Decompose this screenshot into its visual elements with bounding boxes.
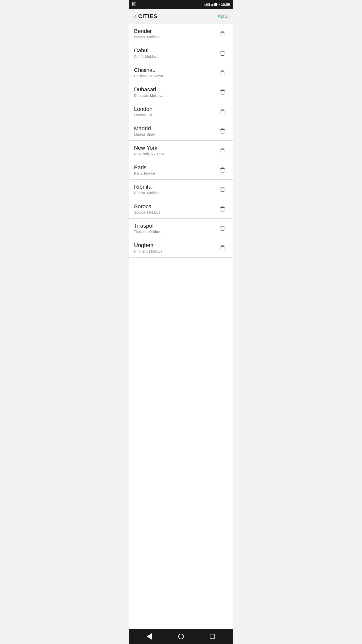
city-name: Cahul	[134, 47, 214, 54]
trash-icon	[219, 225, 226, 232]
trash-icon	[219, 30, 226, 37]
svg-rect-23	[221, 110, 224, 114]
list-item: Madrid Madrid, Spain	[129, 121, 233, 141]
lte-label: LTE	[204, 3, 210, 6]
header: ‹ CITIES ADD	[129, 9, 233, 24]
add-button[interactable]: ADD	[217, 14, 228, 19]
trash-svg	[219, 128, 226, 134]
svg-rect-15	[221, 71, 224, 75]
city-info: Chisinau Chisinau, Moldova	[134, 67, 214, 78]
city-info: Bender Bender, Moldova	[134, 28, 214, 39]
trash-svg	[219, 147, 226, 154]
nav-home-button[interactable]	[176, 631, 186, 641]
list-item: Dubasari Dubasari, Moldova	[129, 82, 233, 102]
recent-icon	[210, 634, 215, 639]
trash-icon	[219, 88, 226, 95]
delete-button[interactable]	[217, 48, 228, 59]
city-info: New York New York, NY, USA	[134, 145, 214, 156]
city-detail: London, UK	[134, 113, 214, 117]
trash-svg	[219, 186, 226, 192]
city-detail: Tiraspol, Moldova	[134, 230, 214, 234]
back-button[interactable]: ‹	[134, 13, 136, 19]
svg-rect-1	[133, 3, 135, 5]
back-icon	[147, 633, 152, 640]
list-item: Tiraspol Tiraspol, Moldova	[129, 219, 233, 238]
city-name: Bender	[134, 28, 214, 34]
city-detail: Bender, Moldova	[134, 35, 214, 39]
delete-button[interactable]	[217, 242, 228, 253]
status-bar-left	[132, 2, 137, 7]
status-bar: LTE ⚡ 10:59	[129, 0, 233, 9]
city-name: New York	[134, 145, 214, 151]
trash-icon	[219, 108, 226, 115]
city-detail: Madrid, Spain	[134, 132, 214, 136]
list-item: Paris Paris, France	[129, 160, 233, 180]
list-item: Ungheni Ungheni, Moldova	[129, 238, 233, 257]
trash-svg	[219, 69, 226, 76]
city-info: Dubasari Dubasari, Moldova	[134, 86, 214, 97]
city-info: Paris Paris, France	[134, 164, 214, 175]
city-info: Madrid Madrid, Spain	[134, 125, 214, 136]
list-item: London London, UK	[129, 102, 233, 121]
svg-rect-27	[221, 130, 224, 133]
trash-svg	[219, 225, 226, 231]
city-info: Cahul Cahul, Moldova	[134, 47, 214, 58]
svg-rect-11	[221, 52, 224, 55]
nav-recent-button[interactable]	[207, 631, 217, 641]
header-left: ‹ CITIES	[134, 13, 158, 20]
city-name: Dubasari	[134, 86, 214, 93]
city-name: London	[134, 106, 214, 112]
city-detail: Rîbnița, Moldova	[134, 191, 214, 195]
signal-icon	[211, 3, 213, 6]
status-icons: LTE ⚡ 10:59	[204, 3, 230, 7]
city-list: Bender Bender, Moldova	[129, 24, 233, 629]
city-name: Ungheni	[134, 242, 214, 249]
city-name: Soroca	[134, 203, 214, 210]
trash-icon	[219, 50, 226, 57]
svg-rect-19	[221, 91, 224, 94]
delete-button[interactable]	[217, 223, 228, 234]
city-detail: New York, NY, USA	[134, 152, 214, 156]
delete-button[interactable]	[217, 164, 228, 175]
svg-rect-43	[221, 208, 224, 211]
city-name: Madrid	[134, 125, 214, 132]
svg-rect-51	[221, 247, 224, 250]
delete-button[interactable]	[217, 203, 228, 214]
list-item: Chisinau Chisinau, Moldova	[129, 63, 233, 82]
trash-svg	[219, 244, 226, 251]
delete-button[interactable]	[217, 145, 228, 156]
city-info: Rîbnița Rîbnița, Moldova	[134, 184, 214, 195]
city-name: Tiraspol	[134, 223, 214, 229]
city-detail: Chisinau, Moldova	[134, 74, 214, 78]
trash-svg	[219, 30, 226, 37]
delete-button[interactable]	[217, 106, 228, 117]
city-name: Paris	[134, 164, 214, 171]
list-item: New York New York, NY, USA	[129, 141, 233, 160]
page-title: CITIES	[138, 13, 158, 20]
battery-icon: ⚡	[214, 3, 220, 6]
svg-rect-39	[221, 188, 224, 192]
delete-button[interactable]	[217, 184, 228, 195]
city-detail: Dubasari, Moldova	[134, 94, 214, 98]
trash-svg	[219, 206, 226, 212]
trash-icon	[219, 69, 226, 76]
trash-icon	[219, 244, 226, 251]
svg-rect-31	[221, 149, 224, 153]
city-info: London London, UK	[134, 106, 214, 117]
delete-button[interactable]	[217, 28, 228, 39]
svg-rect-47	[221, 227, 224, 231]
delete-button[interactable]	[217, 125, 228, 136]
bottom-nav	[129, 629, 233, 644]
trash-svg	[219, 89, 226, 95]
delete-button[interactable]	[217, 67, 228, 78]
sim-icon	[132, 2, 137, 6]
svg-text:⚡: ⚡	[216, 4, 218, 6]
delete-button[interactable]	[217, 86, 228, 97]
trash-svg	[219, 167, 226, 173]
trash-icon	[219, 166, 226, 173]
city-info: Soroca Soroca, Moldova	[134, 203, 214, 214]
list-item: Bender Bender, Moldova	[129, 24, 233, 43]
nav-back-button[interactable]	[145, 631, 155, 641]
trash-svg	[219, 50, 226, 56]
city-detail: Paris, France	[134, 171, 214, 175]
